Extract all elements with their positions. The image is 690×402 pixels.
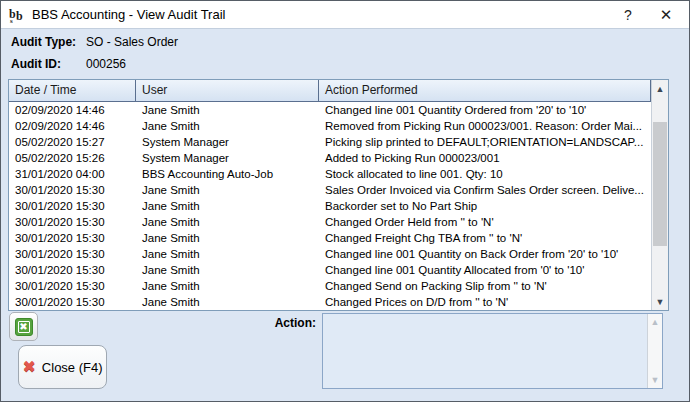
- column-header-user[interactable]: User: [136, 80, 319, 101]
- table-row[interactable]: 05/02/2020 15:27System ManagerPicking sl…: [9, 134, 651, 150]
- cell-datetime: 05/02/2020 15:27: [9, 134, 136, 150]
- cell-action: Stock allocated to line 001. Qty: 10: [319, 166, 651, 182]
- svg-text:s: s: [10, 17, 13, 24]
- cell-action: Changed Prices on D/D from '' to 'N': [319, 294, 651, 310]
- cell-action: Changed Send on Packing Slip from '' to …: [319, 278, 651, 294]
- cell-action: Added to Picking Run 000023/001: [319, 150, 651, 166]
- cell-datetime: 02/09/2020 14:46: [9, 102, 136, 118]
- audit-trail-table: Date / Time User Action Performed 02/09/…: [8, 79, 669, 311]
- cell-user: Jane Smith: [136, 230, 319, 246]
- table-row[interactable]: 30/01/2020 15:30Jane SmithChanged line 0…: [9, 262, 651, 278]
- red-x-icon: ✖: [22, 359, 35, 375]
- cell-user: BBS Accounting Auto-Job: [136, 166, 319, 182]
- action-text-value: [326, 316, 644, 386]
- column-header-datetime[interactable]: Date / Time: [9, 80, 136, 101]
- view-audit-trail-dialog: b b s BBS Accounting - View Audit Trail …: [0, 0, 690, 402]
- cell-user: Jane Smith: [136, 278, 319, 294]
- svg-text:b: b: [16, 9, 23, 23]
- cell-action: Removed from Picking Run 000023/001. Rea…: [319, 118, 651, 134]
- scroll-down-icon[interactable]: ▼: [652, 293, 668, 310]
- close-button-label: Close (F4): [42, 360, 103, 375]
- scrollbar-thumb[interactable]: [653, 122, 667, 246]
- cell-action: Changed Freight Chg TBA from '' to 'N': [319, 230, 651, 246]
- window-title: BBS Accounting - View Audit Trail: [32, 7, 609, 22]
- export-to-excel-button[interactable]: [9, 312, 38, 341]
- cell-user: Jane Smith: [136, 118, 319, 134]
- table-row[interactable]: 31/01/2020 04:00BBS Accounting Auto-JobS…: [9, 166, 651, 182]
- cell-action: Picking slip printed to DEFAULT;ORIENTAT…: [319, 134, 651, 150]
- window-close-button[interactable]: ✕: [647, 1, 685, 29]
- excel-export-icon: [15, 318, 33, 336]
- cell-datetime: 30/01/2020 15:30: [9, 246, 136, 262]
- cell-user: Jane Smith: [136, 198, 319, 214]
- table-row[interactable]: 30/01/2020 15:30Jane SmithBackorder set …: [9, 198, 651, 214]
- cell-datetime: 30/01/2020 15:30: [9, 230, 136, 246]
- action-scroll-down-icon[interactable]: ▼: [648, 372, 662, 388]
- audit-type-row: Audit Type: SO - Sales Order: [11, 35, 76, 49]
- cell-user: System Manager: [136, 150, 319, 166]
- audit-id-value: 000256: [86, 57, 126, 71]
- audit-type-value: SO - Sales Order: [86, 35, 178, 49]
- cell-datetime: 30/01/2020 15:30: [9, 198, 136, 214]
- cell-action: Backorder set to No Part Ship: [319, 198, 651, 214]
- cell-action: Changed Order Held from '' to 'N': [319, 214, 651, 230]
- cell-datetime: 30/01/2020 15:30: [9, 182, 136, 198]
- cell-datetime: 02/09/2020 14:46: [9, 118, 136, 134]
- cell-datetime: 30/01/2020 15:30: [9, 294, 136, 310]
- table-scrollbar[interactable]: ▲ ▼: [651, 80, 668, 310]
- action-scrollbar[interactable]: ▲ ▼: [647, 314, 662, 388]
- cell-action: Changed line 001 Quantity on Back Order …: [319, 246, 651, 262]
- cell-user: Jane Smith: [136, 246, 319, 262]
- action-scroll-up-icon[interactable]: ▲: [648, 314, 662, 330]
- audit-rows: 02/09/2020 14:46Jane SmithChanged line 0…: [9, 102, 651, 310]
- cell-action: Changed line 001 Quantity Ordered from '…: [319, 102, 651, 118]
- cell-user: Jane Smith: [136, 294, 319, 310]
- column-header-action[interactable]: Action Performed: [319, 80, 651, 101]
- table-row[interactable]: 30/01/2020 15:30Jane SmithChanged Order …: [9, 214, 651, 230]
- audit-type-label: Audit Type:: [11, 35, 76, 49]
- audit-id-row: Audit ID: 000256: [11, 57, 61, 71]
- table-row[interactable]: 30/01/2020 15:30Jane SmithChanged Send o…: [9, 278, 651, 294]
- cell-action: Sales Order Invoiced via Confirm Sales O…: [319, 182, 651, 198]
- cell-datetime: 30/01/2020 15:30: [9, 214, 136, 230]
- table-row[interactable]: 30/01/2020 15:30Jane SmithSales Order In…: [9, 182, 651, 198]
- action-label: Action:: [231, 316, 316, 330]
- cell-user: Jane Smith: [136, 182, 319, 198]
- table-row[interactable]: 30/01/2020 15:30Jane SmithChanged Prices…: [9, 294, 651, 310]
- table-row[interactable]: 02/09/2020 14:46Jane SmithRemoved from P…: [9, 118, 651, 134]
- cell-datetime: 30/01/2020 15:30: [9, 278, 136, 294]
- cell-datetime: 05/02/2020 15:26: [9, 150, 136, 166]
- cell-user: Jane Smith: [136, 214, 319, 230]
- cell-user: Jane Smith: [136, 102, 319, 118]
- cell-datetime: 30/01/2020 15:30: [9, 262, 136, 278]
- table-row[interactable]: 30/01/2020 15:30Jane SmithChanged line 0…: [9, 246, 651, 262]
- cell-user: System Manager: [136, 134, 319, 150]
- table-header: Date / Time User Action Performed: [9, 80, 651, 102]
- table-row[interactable]: 05/02/2020 15:26System ManagerAdded to P…: [9, 150, 651, 166]
- table-row[interactable]: 30/01/2020 15:30Jane SmithChanged Freigh…: [9, 230, 651, 246]
- close-f4-button[interactable]: ✖ Close (F4): [18, 345, 107, 389]
- table-row[interactable]: 02/09/2020 14:46Jane SmithChanged line 0…: [9, 102, 651, 118]
- cell-datetime: 31/01/2020 04:00: [9, 166, 136, 182]
- audit-id-label: Audit ID:: [11, 57, 61, 71]
- bbs-app-icon: b b s: [8, 6, 26, 24]
- help-button[interactable]: ?: [609, 1, 647, 29]
- cell-action: Changed line 001 Quantity Allocated from…: [319, 262, 651, 278]
- scroll-up-icon[interactable]: ▲: [652, 80, 668, 97]
- cell-user: Jane Smith: [136, 262, 319, 278]
- title-bar: b b s BBS Accounting - View Audit Trail …: [1, 1, 689, 29]
- action-textarea[interactable]: ▲ ▼: [322, 313, 663, 389]
